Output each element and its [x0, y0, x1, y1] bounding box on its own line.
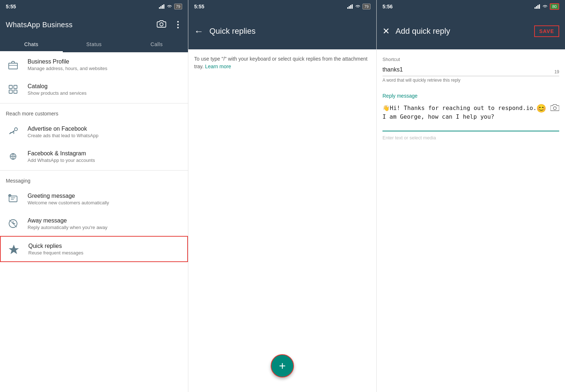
facebook-subtitle: Add WhatsApp to your accounts	[28, 158, 95, 163]
reply-message-area: 👋Hi! Thanks for reaching out to respond.…	[382, 102, 559, 133]
greeting-subtitle: Welcome new customers automatically	[28, 200, 109, 205]
status-bar-3: 5:56 80	[377, 0, 565, 13]
status-bar-2: 5:55 79	[188, 0, 376, 13]
quick-replies-panel: 5:55 79 ← Quick replies	[188, 0, 377, 392]
status-icons-2: 79	[347, 4, 370, 9]
reply-message-label: Reply message	[382, 93, 559, 99]
emoji-icon[interactable]: 😊	[536, 104, 546, 113]
svg-line-18	[9, 220, 17, 227]
svg-point-28	[553, 107, 556, 110]
svg-rect-22	[350, 5, 351, 9]
header-icons: ⋮	[157, 20, 182, 30]
time-display-1: 5:55	[6, 4, 16, 9]
signal-icon-1	[159, 4, 165, 9]
svg-rect-23	[352, 4, 353, 9]
away-icon	[6, 216, 20, 231]
quick-replies-title: Quick replies	[28, 243, 83, 249]
shortcut-char-count: 19	[554, 69, 559, 74]
divider-1	[0, 103, 188, 103]
camera-icon-reply[interactable]	[550, 104, 559, 113]
svg-rect-1	[160, 6, 161, 9]
svg-rect-24	[535, 7, 536, 9]
tab-chats[interactable]: Chats	[0, 36, 63, 52]
tab-calls[interactable]: Calls	[125, 36, 188, 52]
quick-replies-icon	[7, 242, 21, 256]
wifi-icon-1	[166, 4, 173, 9]
quick-replies-header: ← Quick replies	[188, 13, 376, 49]
divider-2	[0, 170, 188, 171]
tab-status[interactable]: Status	[63, 36, 126, 52]
business-profile-subtitle: Manage address, hours, and websites	[28, 66, 107, 71]
catalog-subtitle: Show products and services	[28, 90, 87, 96]
menu-item-facebook[interactable]: Facebook & Instagram Add WhatsApp to you…	[0, 144, 188, 169]
menu-item-advertise[interactable]: Advertise on Facebook Create ads that le…	[0, 119, 188, 144]
quick-replies-subtitle: Reuse frequent messages	[28, 250, 83, 256]
status-bar-1: 5:55 79	[0, 0, 188, 13]
close-button[interactable]: ✕	[382, 26, 390, 36]
wifi-icon-3	[542, 4, 548, 9]
business-profile-text: Business Profile Manage address, hours, …	[28, 58, 107, 71]
svg-rect-25	[536, 6, 537, 9]
menu-item-quick-replies[interactable]: Quick replies Reuse frequent messages	[0, 236, 188, 262]
facebook-icon	[6, 149, 20, 164]
svg-rect-10	[14, 90, 17, 93]
back-button[interactable]: ←	[194, 26, 204, 37]
status-icons-3: 80	[535, 3, 559, 10]
signal-icon-2	[347, 4, 353, 9]
greeting-title: Greeting message	[28, 193, 109, 199]
quick-replies-text: Quick replies Reuse frequent messages	[28, 243, 83, 256]
svg-point-11	[15, 128, 17, 131]
away-subtitle: Reply automatically when you're away	[28, 225, 107, 230]
svg-text::): :)	[9, 195, 11, 197]
add-quick-reply-title: Add quick reply	[396, 26, 450, 36]
svg-rect-2	[162, 5, 163, 9]
catalog-text: Catalog Show products and services	[28, 83, 87, 96]
svg-rect-9	[9, 90, 12, 93]
time-display-3: 5:56	[382, 4, 393, 9]
reply-message-input[interactable]: 👋Hi! Thanks for reaching out to respond.…	[382, 102, 559, 131]
svg-rect-27	[539, 4, 540, 9]
menu-item-greeting[interactable]: :) Greeting message Welcome new customer…	[0, 187, 188, 211]
learn-more-link[interactable]: Learn more	[205, 64, 231, 69]
facebook-text: Facebook & Instagram Add WhatsApp to you…	[28, 150, 95, 163]
add-quick-reply-header: ✕ Add quick reply SAVE	[377, 13, 565, 49]
quick-replies-info: To use type "/" with your keyboard or se…	[188, 49, 376, 76]
advertise-subtitle: Create ads that lead to WhatsApp	[28, 133, 98, 138]
svg-rect-20	[347, 7, 348, 9]
add-quick-reply-panel: 5:56 80 ✕ Add quick reply SAVE	[377, 0, 565, 392]
whatsapp-business-panel: 5:55 79 WhatsApp Business	[0, 0, 188, 392]
svg-rect-26	[537, 5, 539, 9]
save-button[interactable]: SAVE	[534, 25, 559, 37]
reach-more-label: Reach more customers	[0, 105, 188, 119]
add-quick-reply-fab[interactable]: +	[271, 354, 294, 377]
advertise-title: Advertise on Facebook	[28, 126, 98, 132]
greeting-icon: :)	[6, 192, 20, 206]
fab-plus-icon: +	[279, 359, 286, 373]
svg-rect-3	[163, 4, 164, 9]
messaging-label: Messaging	[0, 172, 188, 187]
app-header-1: WhatsApp Business ⋮	[0, 13, 188, 36]
quick-replies-panel-title: Quick replies	[209, 26, 255, 36]
menu-item-business-profile[interactable]: Business Profile Manage address, hours, …	[0, 52, 188, 77]
advertise-icon	[6, 124, 20, 139]
catalog-icon	[6, 82, 20, 97]
app-title: WhatsApp Business	[6, 21, 73, 29]
menu-item-away[interactable]: Away message Reply automatically when yo…	[0, 211, 188, 236]
greeting-text: Greeting message Welcome new customers a…	[28, 193, 109, 205]
svg-rect-0	[159, 7, 160, 9]
away-title: Away message	[28, 217, 107, 224]
shortcut-label: Shortcut	[382, 57, 559, 62]
shortcut-input-wrapper: 19	[382, 65, 559, 76]
shortcut-input[interactable]	[382, 65, 559, 74]
svg-rect-21	[349, 6, 350, 9]
advertise-text: Advertise on Facebook Create ads that le…	[28, 126, 98, 138]
menu-item-catalog[interactable]: Catalog Show products and services	[0, 77, 188, 102]
camera-icon[interactable]	[157, 20, 166, 30]
svg-rect-8	[14, 85, 17, 89]
svg-rect-7	[9, 85, 12, 89]
battery-icon-2: 79	[363, 4, 370, 9]
battery-icon-1: 79	[174, 4, 182, 9]
away-text: Away message Reply automatically when yo…	[28, 217, 107, 230]
svg-marker-19	[9, 245, 19, 254]
menu-icon[interactable]: ⋮	[173, 20, 182, 30]
